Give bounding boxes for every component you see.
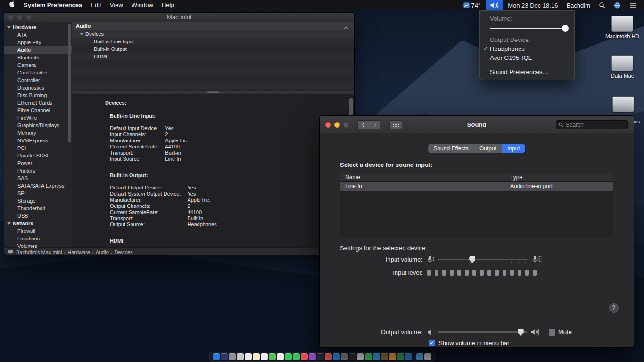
breadcrumb-part[interactable]: Audio: [96, 249, 109, 255]
output-volume-slider[interactable]: [438, 328, 527, 336]
dock-icon-appstore[interactable]: [333, 353, 340, 360]
dock-icon-music[interactable]: [301, 353, 308, 360]
sidebar-item-spi[interactable]: SPI: [4, 189, 72, 197]
menu-help[interactable]: Help: [157, 0, 179, 10]
sidebar-item-ata[interactable]: ATA: [4, 31, 72, 39]
dock-icon-facetime[interactable]: [293, 353, 300, 360]
sidebar-item-graphics-displays[interactable]: Graphics/Displays: [4, 122, 72, 129]
sidebar-item-printers[interactable]: Printers: [4, 167, 72, 174]
weather-status-item[interactable]: 74°: [460, 0, 484, 10]
slider-knob[interactable]: [562, 25, 569, 32]
tab-sound-effects[interactable]: Sound Effects: [428, 144, 474, 153]
dock-icon-reminders[interactable]: [261, 353, 268, 360]
user-menu-item[interactable]: Bachdim: [563, 0, 594, 10]
sidebar-item-pci[interactable]: PCI: [4, 144, 72, 152]
menu-view[interactable]: View: [106, 0, 127, 10]
menu-window[interactable]: Window: [127, 0, 157, 10]
dock-icon-finder[interactable]: [213, 353, 220, 360]
help-button[interactable]: ?: [609, 303, 619, 313]
sidebar-section-hardware[interactable]: Hardware: [4, 24, 72, 31]
list-header[interactable]: Audio: [72, 22, 354, 30]
dock-icon-excel[interactable]: [397, 353, 404, 360]
sidebar-item-disc-burning[interactable]: Disc Burning: [4, 91, 72, 99]
minimize-button[interactable]: [17, 15, 23, 20]
sidebar-item-memory[interactable]: Memory: [4, 129, 72, 137]
desktop-icon-ws[interactable]: ws: [605, 96, 641, 112]
dock-icon-chess[interactable]: [381, 353, 388, 360]
sidebar-section-network[interactable]: Network: [4, 220, 72, 227]
column-name[interactable]: Name: [340, 173, 505, 181]
sidebar-item-nvmexpress[interactable]: NVMExpress: [4, 137, 72, 144]
sidebar-item-sas[interactable]: SAS: [4, 174, 72, 182]
dock-icon-folder-downloads[interactable]: [416, 353, 423, 360]
dock-icon-system-preferences[interactable]: [341, 353, 348, 360]
dock-icon-word[interactable]: [405, 353, 412, 360]
zoom-button[interactable]: [343, 122, 349, 128]
sidebar-item-diagnostics[interactable]: Diagnostics: [4, 84, 72, 91]
sidebar-item-bluetooth[interactable]: Bluetooth: [4, 54, 72, 61]
menu-edit[interactable]: Edit: [86, 0, 105, 10]
dock-icon-trash[interactable]: [424, 353, 431, 360]
dock-icon-siri[interactable]: [221, 353, 228, 360]
spotlight-menu-item[interactable]: [595, 0, 609, 10]
minimize-button[interactable]: [334, 122, 340, 128]
dock-icon-photos[interactable]: [277, 353, 284, 360]
device-row-built-in-line-input[interactable]: Built-in Line Input: [72, 38, 354, 45]
back-button[interactable]: [357, 120, 369, 129]
dock-icon-podcasts[interactable]: [309, 353, 316, 360]
close-button[interactable]: [325, 122, 331, 128]
dock-icon-notes[interactable]: [253, 353, 260, 360]
globe-status-item[interactable]: [611, 0, 624, 10]
volume-device-headphones[interactable]: ✓Headphones: [480, 44, 574, 53]
input-volume-slider[interactable]: [438, 255, 528, 263]
sidebar-item-card-reader[interactable]: Card Reader: [4, 69, 72, 76]
dock-icon-news[interactable]: [325, 353, 332, 360]
volume-menu-item[interactable]: [486, 0, 503, 10]
sidebar-item-controller[interactable]: Controller: [4, 76, 72, 84]
pane-splitter[interactable]: [72, 90, 354, 94]
dock-icon-tv[interactable]: [317, 353, 324, 360]
sound-preferences-item[interactable]: Sound Preferences…: [480, 67, 574, 77]
tab-input[interactable]: Input: [502, 144, 525, 153]
zoom-button[interactable]: [26, 15, 32, 20]
slider-knob[interactable]: [518, 329, 524, 336]
sidebar-item-fibre-channel[interactable]: Fibre Channel: [4, 107, 72, 114]
column-type[interactable]: Type: [505, 173, 613, 181]
show-volume-checkbox[interactable]: ✓: [429, 340, 435, 346]
sidebar-scrollbar[interactable]: [68, 24, 71, 142]
dock-icon-calculator[interactable]: [389, 353, 396, 360]
sidebar-item-thunderbolt[interactable]: Thunderbolt: [4, 205, 72, 212]
search-input[interactable]: [566, 122, 625, 128]
close-button[interactable]: [8, 15, 14, 20]
dock-icon-launchpad[interactable]: [229, 353, 236, 360]
sidebar-item-firewall[interactable]: Firewall: [4, 227, 72, 235]
show-all-button[interactable]: [389, 120, 402, 129]
apple-menu[interactable]: [5, 0, 19, 10]
dock-icon-telegram[interactable]: [373, 353, 380, 360]
dock-icon-calendar[interactable]: [245, 353, 252, 360]
sidebar-item-locations[interactable]: Locations: [4, 235, 72, 242]
volume-device-acer-g195hql[interactable]: Acer G195HQL: [480, 53, 574, 62]
clock[interactable]: Mon 23 Dec 18.16: [504, 0, 561, 10]
notification-center-menu-item[interactable]: [626, 0, 639, 10]
sidebar-item-usb[interactable]: USB: [4, 212, 72, 220]
breadcrumb-part[interactable]: Hardware: [67, 249, 90, 255]
mute-checkbox[interactable]: [549, 329, 555, 336]
dock-icon-terminal[interactable]: [349, 353, 356, 360]
devices-group-row[interactable]: Devices: [72, 30, 354, 38]
dock-icon-textedit[interactable]: [357, 353, 364, 360]
desktop-icon-macintosh-hd[interactable]: Macintosh HD: [604, 16, 640, 39]
sidebar-item-firewire[interactable]: FireWire: [4, 114, 72, 122]
table-row-line-in[interactable]: Line InAudio line-in port: [340, 182, 613, 191]
window-titlebar[interactable]: Mac mini: [4, 13, 354, 22]
device-row-built-in-output[interactable]: Built-in Output: [72, 45, 354, 53]
forward-button[interactable]: [369, 120, 380, 129]
device-row-hdmi[interactable]: HDMI: [72, 53, 354, 60]
breadcrumb-part[interactable]: Bachdim’s Mac mini: [16, 249, 62, 255]
window-toolbar[interactable]: Sound: [320, 116, 634, 133]
sidebar-item-ethernet-cards[interactable]: Ethernet Cards: [4, 99, 72, 107]
sidebar-item-power[interactable]: Power: [4, 159, 72, 167]
collapse-chevron-icon[interactable]: [344, 24, 348, 32]
dock-icon-whatsapp[interactable]: [365, 353, 372, 360]
desktop-icon-data-mac[interactable]: Data Mac: [604, 55, 640, 79]
